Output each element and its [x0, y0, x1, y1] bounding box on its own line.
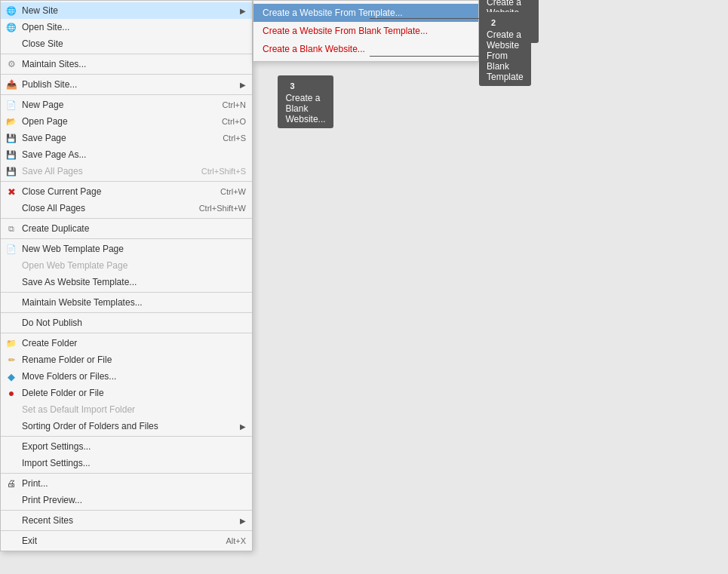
menu-item-do-not-publish[interactable]: Do Not Publish	[1, 315, 252, 331]
arrow-icon: ▶	[240, 422, 246, 431]
callout-3: 3Create a Blank Website...	[302, 75, 309, 98]
new-site-submenu: Create a Website From Template... Create…	[253, 0, 479, 62]
new-page-icon: 📄	[5, 99, 17, 111]
menu-item-open-web-template[interactable]: Open Web Template Page	[1, 257, 252, 274]
new-web-template-icon: 📄	[5, 243, 17, 255]
separator	[1, 181, 252, 182]
menu-item-rename-folder[interactable]: ✏ Rename Folder or File	[1, 351, 252, 368]
menu-item-save-website-template[interactable]: Save As Website Template...	[1, 274, 252, 290]
menu-label: Do Not Publish	[22, 318, 246, 328]
menu-label: Rename Folder or File	[22, 355, 246, 365]
menu-item-close-current-page[interactable]: ✖ Close Current Page Ctrl+W	[1, 183, 252, 200]
menu-item-maintain-templates[interactable]: Maintain Website Templates...	[1, 294, 252, 311]
menu-container: 🌐 New Site ▶ 🌐 Open Site... Close Site ⚙…	[0, 0, 253, 551]
menu-item-maintain-sites[interactable]: ⚙ Maintain Sites...	[1, 56, 252, 72]
menu-item-new-web-template[interactable]: 📄 New Web Template Page	[1, 241, 252, 257]
open-site-icon: 🌐	[5, 21, 17, 33]
menu-label: Export Settings...	[22, 441, 246, 452]
menu-item-print-preview[interactable]: Print Preview...	[1, 492, 252, 508]
shortcut: Ctrl+O	[222, 117, 246, 126]
shortcut: Ctrl+Shift+S	[201, 167, 246, 176]
callout-text-3: Create a Blank Website...	[285, 93, 325, 124]
menu-label: Set as Default Import Folder	[22, 404, 246, 415]
menu-item-new-page[interactable]: 📄 New Page Ctrl+N	[1, 97, 252, 113]
menu-label: Maintain Website Templates...	[22, 297, 246, 308]
menu-item-exit[interactable]: Exit Alt+X	[1, 533, 252, 549]
shortcut: Ctrl+Shift+W	[199, 204, 246, 213]
shortcut: Ctrl+S	[223, 134, 246, 143]
close-current-page-icon: ✖	[5, 186, 17, 198]
callout-line-2	[370, 56, 479, 57]
menu-item-sorting-order[interactable]: Sorting Order of Folders and Files ▶	[1, 418, 252, 434]
callout-box-2: 2Create a Website From Blank Template	[479, 12, 531, 86]
separator	[1, 292, 252, 293]
create-duplicate-icon: ⧉	[5, 223, 17, 235]
publish-site-icon: 📤	[5, 78, 17, 91]
menu-item-set-default-import[interactable]: Set as Default Import Folder	[1, 401, 252, 418]
separator	[1, 333, 252, 333]
save-page-icon: 💾	[5, 132, 17, 144]
shortcut: Alt+X	[226, 536, 246, 545]
menu-item-open-page[interactable]: 📂 Open Page Ctrl+O	[1, 113, 252, 130]
shortcut: Ctrl+N	[223, 100, 246, 109]
open-page-icon: 📂	[5, 115, 17, 127]
arrow-icon: ▶	[240, 81, 246, 89]
menu-label: Exit	[22, 536, 210, 546]
delete-folder-icon: ●	[5, 387, 17, 399]
menu-label: New Web Template Page	[22, 244, 246, 254]
main-content: 🌐 New Site ▶ 🌐 Open Site... Close Site ⚙…	[0, 0, 728, 574]
separator	[1, 94, 252, 95]
separator	[1, 510, 252, 511]
menu-label: Create Folder	[22, 338, 246, 348]
separator	[1, 530, 252, 531]
primary-menu: 🌐 New Site ▶ 🌐 Open Site... Close Site ⚙…	[0, 0, 253, 551]
separator	[1, 473, 252, 474]
menu-item-close-all-pages[interactable]: Close All Pages Ctrl+Shift+W	[1, 200, 252, 216]
menu-label: Print...	[22, 478, 246, 489]
menu-label: Save As Website Template...	[22, 277, 246, 287]
separator	[1, 74, 252, 75]
menu-label: Publish Site...	[22, 79, 237, 90]
move-folders-icon: ◆	[5, 370, 17, 382]
menu-item-delete-folder[interactable]: ● Delete Folder or File	[1, 385, 252, 401]
print-icon: 🖨	[5, 477, 17, 490]
submenu-label: Create a Blank Website...	[263, 44, 365, 54]
separator	[1, 312, 252, 313]
submenu-item-create-from-blank-template[interactable]: Create a Website From Blank Template...	[253, 22, 478, 40]
callout-line-1	[370, 18, 479, 19]
separator	[1, 436, 252, 437]
menu-item-import-settings[interactable]: Import Settings...	[1, 455, 252, 471]
menu-item-print[interactable]: 🖨 Print...	[1, 475, 252, 492]
menu-item-open-site[interactable]: 🌐 Open Site...	[1, 19, 252, 35]
menu-item-save-page[interactable]: 💾 Save Page Ctrl+S	[1, 130, 252, 146]
create-folder-icon: 📁	[5, 337, 17, 349]
menu-label: Print Preview...	[22, 495, 246, 505]
menu-item-save-all-pages[interactable]: 💾 Save All Pages Ctrl+Shift+S	[1, 163, 252, 180]
menu-label: Import Settings...	[22, 458, 246, 468]
menu-item-recent-sites[interactable]: Recent Sites ▶	[1, 512, 252, 529]
menu-label: New Site	[22, 5, 237, 16]
callout-text-2: Create a Website From Blank Template	[487, 29, 524, 82]
shortcut: Ctrl+W	[220, 187, 246, 196]
menu-label: Move Folders or Files...	[22, 371, 246, 382]
new-site-icon: 🌐	[5, 5, 17, 17]
menu-item-publish-site[interactable]: 📤 Publish Site... ▶	[1, 76, 252, 93]
menu-label: Open Web Template Page	[22, 260, 246, 271]
menu-label: Close All Pages	[22, 203, 184, 213]
menu-item-export-settings[interactable]: Export Settings...	[1, 438, 252, 455]
menu-item-create-duplicate[interactable]: ⧉ Create Duplicate	[1, 220, 252, 237]
menu-item-save-page-as[interactable]: 💾 Save Page As...	[1, 146, 252, 163]
menu-label: Recent Sites	[22, 515, 237, 526]
arrow-icon: ▶	[240, 7, 246, 15]
submenu-item-create-from-template[interactable]: Create a Website From Template...	[253, 4, 478, 22]
menu-label: Close Site	[22, 38, 246, 49]
menu-label: Maintain Sites...	[22, 59, 246, 69]
menu-item-new-site[interactable]: 🌐 New Site ▶	[1, 2, 252, 19]
menu-label: Delete Folder or File	[22, 388, 246, 398]
menu-item-create-folder[interactable]: 📁 Create Folder	[1, 335, 252, 351]
menu-label: Save Page	[22, 133, 207, 143]
menu-item-close-site[interactable]: Close Site	[1, 35, 252, 52]
menu-label: Close Current Page	[22, 186, 205, 197]
save-page-as-icon: 💾	[5, 149, 17, 161]
menu-item-move-folders[interactable]: ◆ Move Folders or Files...	[1, 368, 252, 385]
